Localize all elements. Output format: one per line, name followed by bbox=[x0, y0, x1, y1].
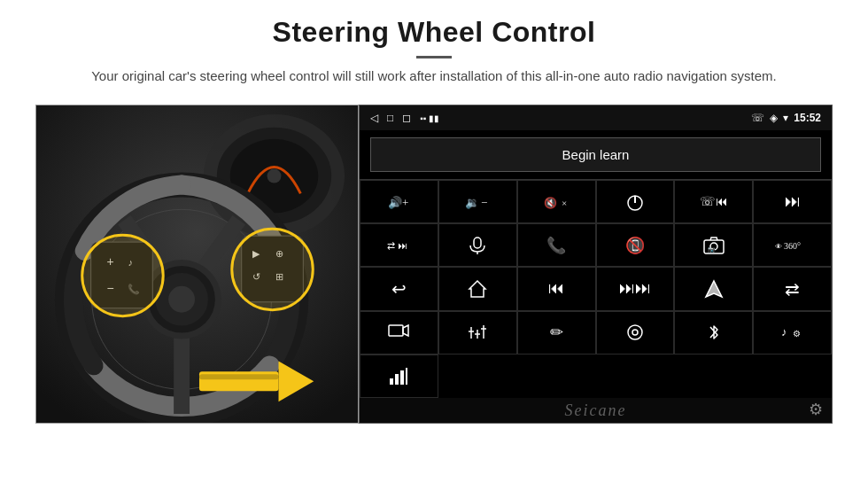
signal-icons: ▪▪ ▮▮ bbox=[420, 113, 439, 123]
page-container: Steering Wheel Control Your original car… bbox=[0, 0, 868, 483]
svg-text:+: + bbox=[402, 196, 408, 209]
watermark-bar: Seicane ⚙ bbox=[360, 398, 832, 423]
steering-wheel-photo: + − ♪ 📞 ▶ ⊕ ↺ ⊞ bbox=[35, 105, 359, 424]
svg-text:🔇: 🔇 bbox=[544, 196, 557, 209]
svg-text:⇄: ⇄ bbox=[387, 240, 395, 251]
record-cell[interactable] bbox=[360, 311, 438, 354]
nav-back-icon[interactable]: ◁ bbox=[370, 112, 378, 124]
title-divider bbox=[416, 56, 452, 58]
camera-cell[interactable]: 📷 bbox=[674, 223, 753, 267]
seicane-watermark: Seicane bbox=[565, 401, 627, 420]
svg-rect-65 bbox=[406, 368, 407, 385]
svg-marker-51 bbox=[403, 325, 408, 336]
svg-rect-64 bbox=[400, 370, 404, 385]
svg-point-4 bbox=[267, 169, 282, 183]
svg-text:👁: 👁 bbox=[775, 243, 782, 251]
svg-text:−: − bbox=[481, 196, 487, 209]
svg-text:⏭: ⏭ bbox=[398, 240, 407, 251]
svg-point-25 bbox=[82, 235, 163, 316]
begin-learn-button[interactable]: Begin learn bbox=[370, 137, 821, 172]
power-cell[interactable] bbox=[596, 180, 675, 223]
svg-point-14 bbox=[168, 286, 195, 313]
status-right: ☏ ◈ ▾ 15:52 bbox=[751, 112, 821, 124]
svg-point-26 bbox=[232, 229, 313, 309]
back-nav-cell[interactable]: ↩ bbox=[360, 267, 438, 310]
music-settings-cell[interactable]: ♪ ⚙ bbox=[753, 311, 832, 354]
phone-prev-cell[interactable]: ☏⏮ bbox=[674, 180, 753, 223]
status-bar: ◁ □ ◻ ▪▪ ▮▮ ☏ ◈ ▾ 15:52 bbox=[360, 105, 832, 130]
svg-rect-62 bbox=[390, 378, 393, 385]
begin-learn-container: Begin learn bbox=[360, 130, 832, 179]
svg-text:🔉: 🔉 bbox=[465, 195, 480, 210]
settings2-cell[interactable] bbox=[596, 311, 675, 354]
location-icon: ◈ bbox=[770, 112, 778, 124]
svg-rect-40 bbox=[474, 238, 481, 248]
ff-cell[interactable]: ⏭⏭ bbox=[596, 267, 675, 310]
svg-rect-29 bbox=[199, 374, 279, 379]
hangup-cell[interactable]: 📵 bbox=[596, 223, 675, 267]
mute-cell[interactable]: 🔇× bbox=[517, 180, 596, 223]
volume-bar-cell[interactable] bbox=[360, 354, 438, 398]
settings-gear-icon[interactable]: ⚙ bbox=[809, 400, 823, 419]
svg-text:📷: 📷 bbox=[708, 245, 716, 253]
vol-down-cell[interactable]: 🔉− bbox=[438, 180, 517, 223]
svg-text:♪: ♪ bbox=[781, 325, 787, 339]
swap-cell[interactable]: ⇄ bbox=[753, 267, 832, 310]
wifi-icon: ▾ bbox=[783, 112, 788, 124]
mic-cell[interactable] bbox=[438, 223, 517, 267]
svg-rect-50 bbox=[389, 325, 403, 336]
navigate-cell[interactable] bbox=[674, 267, 753, 310]
bluetooth-cell[interactable] bbox=[674, 311, 753, 354]
nav-home-icon[interactable]: □ bbox=[387, 112, 393, 124]
content-area: + − ♪ 📞 ▶ ⊕ ↺ ⊞ bbox=[35, 105, 833, 424]
nav-recent-icon[interactable]: ◻ bbox=[402, 112, 411, 124]
time-display: 15:52 bbox=[794, 112, 821, 124]
phone-cell[interactable]: 📞 bbox=[517, 223, 596, 267]
svg-marker-47 bbox=[469, 281, 485, 297]
page-title: Steering Wheel Control bbox=[91, 16, 777, 49]
svg-point-58 bbox=[628, 325, 642, 339]
svg-text:×: × bbox=[562, 198, 567, 208]
status-left: ◁ □ ◻ ▪▪ ▮▮ bbox=[370, 112, 439, 124]
svg-marker-49 bbox=[706, 281, 722, 297]
home-nav-cell[interactable] bbox=[438, 267, 517, 310]
360-cell[interactable]: 👁 360° bbox=[753, 223, 832, 267]
svg-point-59 bbox=[632, 330, 638, 335]
next-track-cell[interactable]: ⏭ bbox=[753, 180, 832, 223]
svg-text:🔊: 🔊 bbox=[388, 195, 403, 210]
phone-status-icon: ☏ bbox=[751, 112, 764, 124]
equalizer-cell[interactable] bbox=[438, 311, 517, 354]
svg-rect-63 bbox=[395, 374, 399, 385]
title-section: Steering Wheel Control Your original car… bbox=[91, 16, 777, 99]
shuffle-cell[interactable]: ⇄ ⏭ bbox=[360, 223, 438, 267]
svg-text:360°: 360° bbox=[784, 241, 801, 251]
controls-grid: 🔊+ 🔉− 🔇× ☏⏮ ⏭ bbox=[360, 179, 832, 398]
subtitle: Your original car's steering wheel contr… bbox=[91, 66, 777, 87]
rewind-cell[interactable]: ⏮ bbox=[517, 267, 596, 310]
edit-cell[interactable]: ✏ bbox=[517, 311, 596, 354]
vol-up-cell[interactable]: 🔊+ bbox=[360, 180, 438, 223]
svg-text:⚙: ⚙ bbox=[793, 329, 801, 339]
head-unit-screen: ◁ □ ◻ ▪▪ ▮▮ ☏ ◈ ▾ 15:52 Begin learn bbox=[359, 105, 833, 424]
